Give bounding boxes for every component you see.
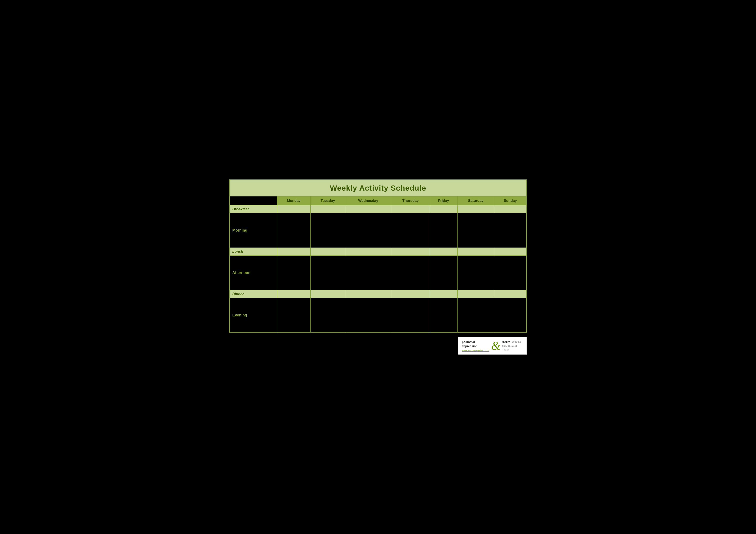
lunch-row: Lunch (230, 247, 526, 255)
evening-mon (277, 298, 310, 332)
afternoon-sat (457, 255, 494, 290)
breakfast-mon (277, 205, 310, 213)
breakfast-label: Breakfast (230, 205, 277, 213)
breakfast-fri (430, 205, 457, 213)
header-sunday: Sunday (494, 196, 526, 205)
lunch-sat (457, 247, 494, 255)
logo-right-text: family · whanau NEW ZEALAND TRUST (502, 340, 523, 351)
breakfast-tue (310, 205, 345, 213)
breakfast-wed (345, 205, 392, 213)
morning-wed (345, 213, 392, 247)
afternoon-row: Afternoon (230, 255, 526, 290)
morning-label: Morning (230, 213, 277, 247)
page-title: Weekly Activity Schedule (330, 184, 426, 192)
breakfast-sat (457, 205, 494, 213)
header-thursday: Thursday (391, 196, 430, 205)
title-row: Weekly Activity Schedule (230, 180, 526, 196)
header-empty (230, 196, 277, 205)
afternoon-sun (494, 255, 526, 290)
dinner-wed (345, 290, 392, 298)
lunch-sun (494, 247, 526, 255)
dinner-sat (457, 290, 494, 298)
breakfast-thu (391, 205, 430, 213)
header-tuesday: Tuesday (310, 196, 345, 205)
header-friday: Friday (430, 196, 457, 205)
afternoon-tue (310, 255, 345, 290)
evening-thu (391, 298, 430, 332)
header-wednesday: Wednesday (345, 196, 392, 205)
logo-area: postnatal depression www.mothersmatter.c… (229, 337, 527, 355)
dinner-thu (391, 290, 430, 298)
lunch-label: Lunch (230, 247, 277, 255)
logo-left-text: postnatal depression www.mothersmatter.c… (462, 340, 489, 351)
evening-sun (494, 298, 526, 332)
dinner-fri (430, 290, 457, 298)
lunch-tue (310, 247, 345, 255)
morning-fri (430, 213, 457, 247)
morning-sun (494, 213, 526, 247)
header-saturday: Saturday (457, 196, 494, 205)
evening-row: Evening (230, 298, 526, 332)
lunch-mon (277, 247, 310, 255)
lunch-thu (391, 247, 430, 255)
afternoon-thu (391, 255, 430, 290)
evening-tue (310, 298, 345, 332)
header-monday: Monday (277, 196, 310, 205)
dinner-mon (277, 290, 310, 298)
lunch-wed (345, 247, 392, 255)
dinner-sun (494, 290, 526, 298)
evening-label: Evening (230, 298, 277, 332)
morning-thu (391, 213, 430, 247)
breakfast-row: Breakfast (230, 205, 526, 213)
morning-mon (277, 213, 310, 247)
logo-box: postnatal depression www.mothersmatter.c… (458, 337, 527, 355)
dinner-row: Dinner (230, 290, 526, 298)
morning-row: Morning (230, 213, 526, 247)
lunch-fri (430, 247, 457, 255)
logo-ampersand: & (491, 340, 500, 352)
evening-wed (345, 298, 392, 332)
dinner-label: Dinner (230, 290, 277, 298)
schedule-wrapper: Weekly Activity Schedule Monday Tuesday … (229, 179, 527, 355)
afternoon-wed (345, 255, 392, 290)
evening-fri (430, 298, 457, 332)
dinner-tue (310, 290, 345, 298)
afternoon-mon (277, 255, 310, 290)
morning-sat (457, 213, 494, 247)
evening-sat (457, 298, 494, 332)
logo-url: www.mothersmatter.co.nz (462, 349, 489, 351)
logo-postnatal: postnatal depression (462, 340, 477, 348)
breakfast-sun (494, 205, 526, 213)
afternoon-label: Afternoon (230, 255, 277, 290)
afternoon-fri (430, 255, 457, 290)
schedule-table: Weekly Activity Schedule Monday Tuesday … (229, 179, 527, 333)
morning-tue (310, 213, 345, 247)
title-cell: Weekly Activity Schedule (230, 180, 526, 196)
header-row: Monday Tuesday Wednesday Thursday Friday… (230, 196, 526, 205)
